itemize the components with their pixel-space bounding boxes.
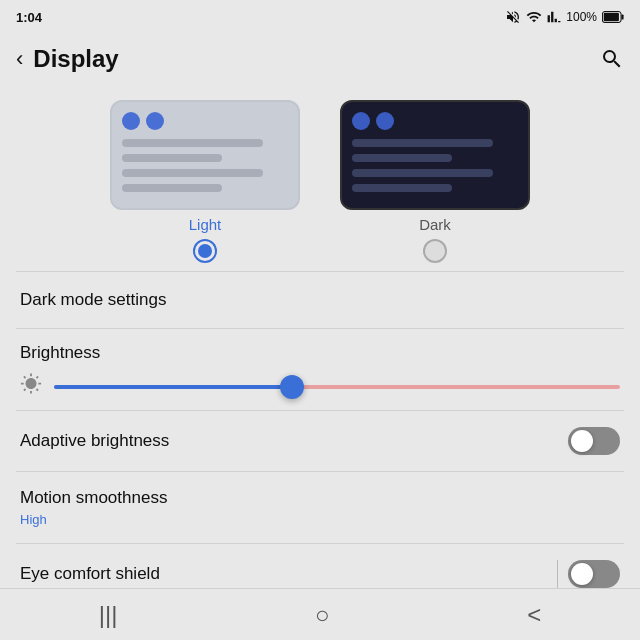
eye-comfort-right [557,560,620,588]
header-left: ‹ Display [16,45,119,73]
eye-comfort-label: Eye comfort shield [20,564,160,584]
light-theme-option[interactable]: Light [110,100,300,263]
adaptive-brightness-toggle[interactable] [568,427,620,455]
dark-theme-option[interactable]: Dark [340,100,530,263]
light-theme-label: Light [189,216,222,233]
search-icon[interactable] [600,47,624,71]
eye-comfort-toggle[interactable] [568,560,620,588]
theme-section: Light Dark [0,88,640,271]
adaptive-brightness-label: Adaptive brightness [20,431,169,451]
slider-track-fill [54,385,292,389]
brightness-slider[interactable] [54,377,620,397]
status-time: 1:04 [16,10,42,25]
nav-home-icon[interactable]: ○ [315,601,330,629]
mute-icon [505,9,521,25]
dark-theme-preview [340,100,530,210]
light-radio[interactable] [193,239,217,263]
brightness-row [20,373,620,400]
dark-radio[interactable] [423,239,447,263]
page-header: ‹ Display [0,32,640,88]
signal-icon [547,9,561,25]
vertical-separator [557,560,558,588]
battery-icon [602,10,624,24]
nav-back-icon[interactable]: < [527,601,541,629]
back-button[interactable]: ‹ [16,46,23,72]
page-title: Display [33,45,118,73]
toggle-knob [571,430,593,452]
slider-thumb[interactable] [280,375,304,399]
motion-smoothness-value: High [20,512,47,527]
brightness-label: Brightness [20,343,620,363]
light-theme-preview [110,100,300,210]
motion-smoothness-label: Motion smoothness [20,488,167,508]
status-bar: 1:04 100% [0,0,640,32]
dark-mode-settings-item[interactable]: Dark mode settings [0,272,640,328]
bottom-nav: ||| ○ < [0,588,640,640]
wifi-icon [526,9,542,25]
svg-rect-2 [621,14,623,19]
motion-smoothness-item[interactable]: Motion smoothness High [0,472,640,543]
dark-theme-label: Dark [419,216,451,233]
sun-icon [20,373,42,400]
brightness-section: Brightness [0,329,640,410]
dark-mode-settings-label: Dark mode settings [20,290,166,310]
battery-text: 100% [566,10,597,24]
svg-rect-1 [604,13,619,21]
toggle-knob-eye [571,563,593,585]
adaptive-brightness-item[interactable]: Adaptive brightness [0,411,640,471]
nav-menu-icon[interactable]: ||| [99,601,118,629]
status-icons: 100% [505,9,624,25]
